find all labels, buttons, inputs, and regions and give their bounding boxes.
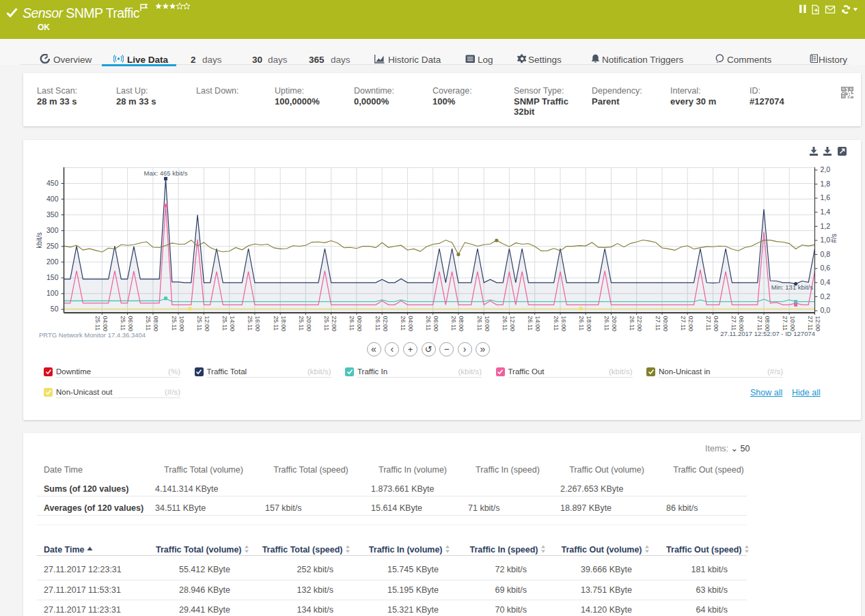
svg-text:#/s: #/s bbox=[830, 234, 838, 242]
svg-text:26.11: 26.11 bbox=[450, 316, 457, 331]
svg-text:1,0: 1,0 bbox=[821, 236, 831, 244]
svg-text:27.11: 27.11 bbox=[655, 316, 661, 331]
svg-text:25.11: 25.11 bbox=[298, 316, 305, 331]
svg-text:26.11: 26.11 bbox=[629, 316, 635, 331]
svg-text:08:00: 08:00 bbox=[764, 316, 771, 332]
svg-text:26.11: 26.11 bbox=[603, 316, 610, 331]
svg-text:20:00: 20:00 bbox=[611, 316, 618, 332]
svg-text:0,4: 0,4 bbox=[821, 278, 831, 286]
svg-text:25.11: 25.11 bbox=[221, 316, 228, 331]
svg-text:26.11: 26.11 bbox=[553, 316, 560, 331]
svg-text:22:00: 22:00 bbox=[331, 316, 338, 332]
svg-text:Min: 131 kbit/s: Min: 131 kbit/s bbox=[771, 283, 813, 291]
svg-text:200: 200 bbox=[46, 257, 59, 266]
svg-text:26.11: 26.11 bbox=[400, 316, 407, 331]
svg-text:26.11: 26.11 bbox=[502, 316, 508, 331]
svg-text:1,8: 1,8 bbox=[821, 180, 831, 188]
svg-text:450: 450 bbox=[46, 179, 59, 187]
svg-text:12:00: 12:00 bbox=[204, 316, 210, 332]
svg-text:26.11: 26.11 bbox=[425, 316, 432, 331]
svg-text:10:00: 10:00 bbox=[789, 316, 796, 332]
svg-text:25.11: 25.11 bbox=[273, 316, 279, 331]
svg-text:02:00: 02:00 bbox=[687, 316, 694, 332]
svg-text:06:00: 06:00 bbox=[432, 316, 439, 332]
svg-text:18:00: 18:00 bbox=[586, 316, 592, 332]
svg-text:25.11: 25.11 bbox=[196, 316, 203, 331]
svg-text:PRTG Network Monitor 17.4.36.3: PRTG Network Monitor 17.4.36.3404 bbox=[39, 331, 146, 339]
svg-text:25.11: 25.11 bbox=[247, 316, 253, 331]
svg-text:0,2: 0,2 bbox=[821, 292, 831, 300]
svg-text:06:00: 06:00 bbox=[127, 316, 134, 332]
svg-text:25.11: 25.11 bbox=[171, 316, 178, 331]
svg-text:10:00: 10:00 bbox=[484, 316, 491, 332]
svg-text:0,0: 0,0 bbox=[821, 306, 831, 314]
svg-text:2,0: 2,0 bbox=[821, 165, 831, 173]
svg-text:25.11: 25.11 bbox=[323, 316, 330, 331]
svg-text:26.11: 26.11 bbox=[348, 316, 355, 331]
svg-text:27.11: 27.11 bbox=[782, 316, 788, 331]
svg-text:Max: 465 kbit/s: Max: 465 kbit/s bbox=[144, 169, 188, 177]
svg-text:25.11: 25.11 bbox=[94, 316, 101, 331]
svg-text:22:00: 22:00 bbox=[636, 316, 643, 332]
svg-text:1,6: 1,6 bbox=[821, 193, 831, 201]
svg-text:04:00: 04:00 bbox=[407, 316, 414, 332]
svg-text:400: 400 bbox=[46, 195, 59, 203]
svg-text:10:00: 10:00 bbox=[178, 316, 185, 332]
svg-text:12:00: 12:00 bbox=[509, 316, 516, 332]
svg-text:27.11: 27.11 bbox=[680, 316, 687, 331]
svg-text:18:00: 18:00 bbox=[280, 316, 287, 332]
svg-text:26.11: 26.11 bbox=[527, 316, 534, 331]
svg-text:kbit/s: kbit/s bbox=[36, 232, 43, 248]
svg-text:12:00: 12:00 bbox=[814, 316, 821, 332]
svg-text:14:00: 14:00 bbox=[534, 316, 541, 332]
svg-text:20:00: 20:00 bbox=[305, 316, 312, 332]
svg-text:27.11: 27.11 bbox=[705, 316, 712, 331]
svg-text:00:00: 00:00 bbox=[662, 316, 669, 332]
svg-text:1,4: 1,4 bbox=[821, 208, 831, 216]
svg-text:250: 250 bbox=[46, 242, 59, 250]
svg-text:350: 350 bbox=[46, 210, 59, 219]
svg-text:26.11: 26.11 bbox=[476, 316, 483, 331]
svg-text:27.11: 27.11 bbox=[730, 316, 737, 331]
svg-text:27.11: 27.11 bbox=[756, 316, 763, 331]
svg-text:14:00: 14:00 bbox=[229, 316, 236, 332]
svg-text:1,2: 1,2 bbox=[821, 222, 831, 230]
svg-text:25.11: 25.11 bbox=[145, 316, 152, 331]
svg-text:26.11: 26.11 bbox=[578, 316, 585, 331]
svg-text:50: 50 bbox=[51, 305, 59, 313]
svg-text:26.11: 26.11 bbox=[374, 316, 381, 331]
svg-text:0,8: 0,8 bbox=[821, 250, 831, 258]
svg-text:27.11.2017 12:52:07 - ID 12707: 27.11.2017 12:52:07 - ID 127074 bbox=[720, 330, 815, 337]
svg-text:0,6: 0,6 bbox=[821, 264, 831, 272]
svg-text:08:00: 08:00 bbox=[458, 316, 465, 332]
svg-text:16:00: 16:00 bbox=[254, 316, 261, 332]
svg-text:16:00: 16:00 bbox=[560, 316, 567, 332]
svg-text:150: 150 bbox=[46, 273, 59, 281]
svg-text:100: 100 bbox=[46, 289, 59, 297]
svg-text:06:00: 06:00 bbox=[738, 316, 745, 332]
svg-text:02:00: 02:00 bbox=[382, 316, 389, 332]
svg-text:25.11: 25.11 bbox=[120, 316, 126, 331]
svg-text:04:00: 04:00 bbox=[713, 316, 719, 332]
svg-text:04:00: 04:00 bbox=[102, 316, 109, 332]
svg-text:08:00: 08:00 bbox=[152, 316, 159, 332]
svg-text:00:00: 00:00 bbox=[356, 316, 363, 332]
svg-text:300: 300 bbox=[46, 226, 59, 234]
svg-text:27.11: 27.11 bbox=[807, 316, 814, 331]
